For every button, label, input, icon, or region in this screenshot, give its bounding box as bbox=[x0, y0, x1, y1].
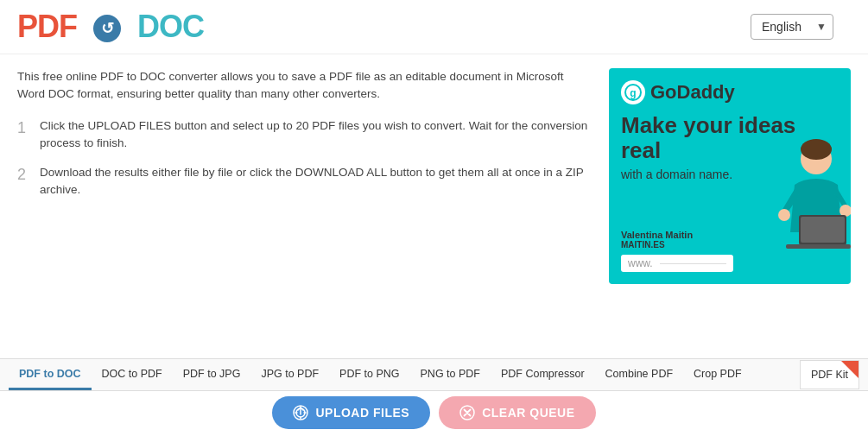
ad-domain-bar: www. bbox=[621, 255, 733, 272]
tab-jpg-to-pdf[interactable]: JPG to PDF bbox=[250, 360, 329, 390]
language-selector-wrapper: English Español Français Deutsch Italian… bbox=[751, 14, 833, 40]
tab-pdf-compressor[interactable]: PDF Compressor bbox=[491, 360, 595, 390]
svg-rect-7 bbox=[801, 217, 845, 243]
upload-button-label: UPLOAD FILES bbox=[315, 406, 409, 420]
ad-domain-input-line bbox=[660, 263, 726, 264]
person-illustration bbox=[751, 137, 851, 254]
pdf-kit-badge-icon bbox=[845, 361, 858, 375]
tab-pdf-to-png[interactable]: PDF to PNG bbox=[329, 360, 409, 390]
steps-list: 1 Click the UPLOAD FILES button and sele… bbox=[17, 117, 592, 199]
ad-person-image bbox=[751, 137, 851, 254]
tab-pdf-to-doc[interactable]: PDF to DOC bbox=[9, 360, 92, 390]
page-header: PDF ↺ DOC English Español Français Deuts… bbox=[0, 0, 868, 54]
tab-pdf-kit[interactable]: PDF Kit bbox=[800, 360, 859, 389]
nav-tabs: PDF to DOC DOC to PDF PDF to JPG JPG to … bbox=[0, 358, 868, 391]
upload-icon bbox=[293, 405, 308, 420]
godaddy-svg-icon: g bbox=[624, 84, 642, 101]
convert-icon: ↺ bbox=[93, 15, 121, 42]
ad-domain-text: www. bbox=[628, 257, 653, 269]
svg-rect-8 bbox=[786, 244, 851, 249]
svg-text:g: g bbox=[630, 87, 636, 99]
ad-banner: g GoDaddy Make your ideas real with a do… bbox=[609, 68, 851, 284]
svg-point-3 bbox=[801, 139, 832, 160]
step-1: 1 Click the UPLOAD FILES button and sele… bbox=[17, 117, 592, 153]
description-text: This free online PDF to DOC converter al… bbox=[17, 68, 592, 104]
svg-point-5 bbox=[839, 205, 851, 217]
logo-to: ↺ bbox=[82, 9, 132, 45]
language-select[interactable]: English Español Français Deutsch Italian… bbox=[751, 14, 833, 40]
tab-doc-to-pdf[interactable]: DOC to PDF bbox=[92, 360, 173, 390]
godaddy-brand-name: GoDaddy bbox=[650, 81, 735, 104]
clear-button-label: CLEAR QUEUE bbox=[482, 406, 574, 420]
tab-combine-pdf[interactable]: Combine PDF bbox=[595, 360, 684, 390]
bottom-buttons: UPLOAD FILES CLEAR QUEUE bbox=[0, 396, 868, 429]
upload-files-button[interactable]: UPLOAD FILES bbox=[272, 396, 430, 429]
tab-crop-pdf[interactable]: Crop PDF bbox=[683, 360, 752, 390]
main-content: This free online PDF to DOC converter al… bbox=[0, 54, 868, 298]
clear-icon bbox=[459, 405, 475, 420]
step-number-2: 2 bbox=[17, 163, 29, 199]
tab-png-to-pdf[interactable]: PNG to PDF bbox=[410, 360, 491, 390]
svg-point-4 bbox=[778, 209, 790, 221]
godaddy-logo: g GoDaddy bbox=[621, 80, 839, 104]
godaddy-icon: g bbox=[621, 80, 645, 104]
step-1-text: Click the UPLOAD FILES button and select… bbox=[40, 117, 592, 153]
step-2: 2 Download the results either file by fi… bbox=[17, 164, 592, 199]
logo-doc: DOC bbox=[137, 9, 204, 45]
site-logo: PDF ↺ DOC bbox=[17, 9, 204, 45]
logo-pdf: PDF bbox=[17, 9, 77, 45]
left-panel: This free online PDF to DOC converter al… bbox=[17, 68, 592, 284]
step-number-1: 1 bbox=[17, 117, 29, 153]
tab-pdf-to-jpg[interactable]: PDF to JPG bbox=[173, 360, 251, 390]
step-2-text: Download the results either file by file… bbox=[40, 164, 592, 199]
clear-queue-button[interactable]: CLEAR QUEUE bbox=[439, 396, 595, 429]
header-right: English Español Français Deutsch Italian… bbox=[751, 14, 851, 40]
